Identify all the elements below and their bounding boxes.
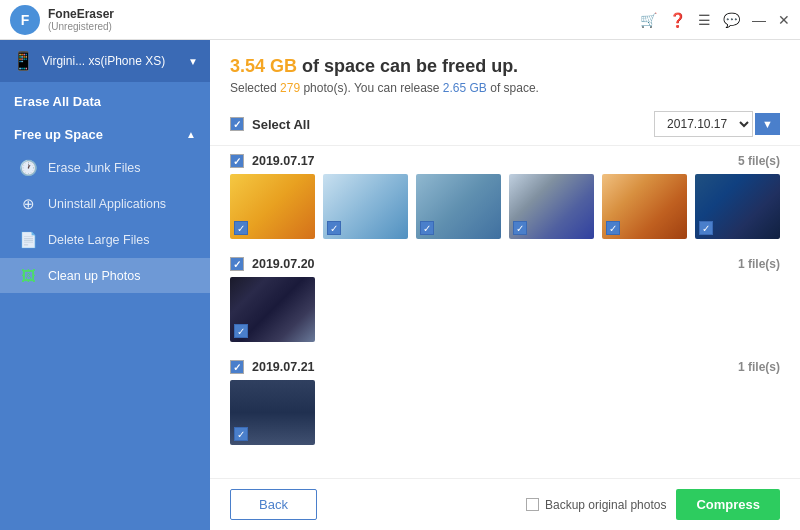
- sidebar-item-label: Clean up Photos: [48, 269, 140, 283]
- group1-photo-grid: ✓ ✓ ✓ ✓ ✓ ✓: [230, 174, 780, 239]
- close-btn[interactable]: ✕: [778, 12, 790, 28]
- group3-file-count: 1 file(s): [738, 360, 780, 374]
- photo-thumb[interactable]: ✓: [230, 174, 315, 239]
- app-icon: F: [10, 5, 40, 35]
- sidebar-item-label: Delete Large Files: [48, 233, 149, 247]
- thumb-checkbox[interactable]: ✓: [513, 221, 527, 235]
- photo-thumb[interactable]: ✓: [509, 174, 594, 239]
- thumb-checkbox[interactable]: ✓: [420, 221, 434, 235]
- date-group-3: ✓ 2019.07.21 1 file(s) ✓: [230, 352, 780, 445]
- thumb-checkbox[interactable]: ✓: [606, 221, 620, 235]
- thumb-checkbox[interactable]: ✓: [234, 427, 248, 441]
- apps-icon: ⊕: [18, 195, 38, 213]
- app-info: FoneEraser (Unregistered): [48, 7, 114, 32]
- thumb-checkbox[interactable]: ✓: [234, 221, 248, 235]
- content-area: 3.54 GB of space can be freed up. Select…: [210, 40, 800, 530]
- freed-desc: Selected 279 photo(s). You can release 2…: [230, 81, 780, 95]
- file-icon: 📄: [18, 231, 38, 249]
- date-dropdown-btn[interactable]: ▼: [755, 113, 780, 135]
- freed-text: of space can be freed up.: [302, 56, 518, 76]
- minimize-btn[interactable]: —: [752, 12, 766, 28]
- date-group-1-header: ✓ 2019.07.17 5 file(s): [230, 146, 780, 174]
- date-group-3-header-left: ✓ 2019.07.21: [230, 360, 315, 374]
- select-all-checkbox[interactable]: ✓: [230, 117, 244, 131]
- group2-checkbox[interactable]: ✓: [230, 257, 244, 271]
- device-selector[interactable]: 📱 Virgini... xs(iPhone XS) ▼: [0, 40, 210, 82]
- photo-thumb[interactable]: ✓: [323, 174, 408, 239]
- group1-checkbox[interactable]: ✓: [230, 154, 244, 168]
- sidebar: 📱 Virgini... xs(iPhone XS) ▼ Erase All D…: [0, 40, 210, 530]
- thumb-checkbox[interactable]: ✓: [699, 221, 713, 235]
- chevron-down-icon: ▼: [188, 56, 198, 67]
- sidebar-freeup-label: Free up Space: [14, 127, 103, 142]
- photo-thumb[interactable]: ✓: [602, 174, 687, 239]
- titlebar-controls: 🛒 ❓ ☰ 💬 — ✕: [640, 12, 790, 28]
- freed-size: 3.54 GB: [230, 56, 297, 76]
- backup-checkbox[interactable]: [526, 498, 539, 511]
- freed-space-line: 3.54 GB of space can be freed up.: [230, 56, 780, 77]
- group3-date: 2019.07.21: [252, 360, 315, 374]
- chevron-up-icon: ▲: [186, 129, 196, 140]
- sidebar-item-label: Erase Junk Files: [48, 161, 140, 175]
- cart-icon[interactable]: 🛒: [640, 12, 657, 28]
- group2-date: 2019.07.20: [252, 257, 315, 271]
- backup-text: Backup original photos: [545, 498, 666, 512]
- titlebar: F FoneEraser (Unregistered) 🛒 ❓ ☰ 💬 — ✕: [0, 0, 800, 40]
- clock-icon: 🕐: [18, 159, 38, 177]
- group2-photo-grid: ✓: [230, 277, 780, 342]
- sidebar-item-uninstall-apps[interactable]: ⊕ Uninstall Applications: [0, 186, 210, 222]
- date-group-3-header: ✓ 2019.07.21 1 file(s): [230, 352, 780, 380]
- group3-photo-grid: ✓: [230, 380, 780, 445]
- date-group-1: ✓ 2019.07.17 5 file(s) ✓ ✓ ✓: [230, 146, 780, 239]
- titlebar-left: F FoneEraser (Unregistered): [10, 5, 114, 35]
- date-group-2-header: ✓ 2019.07.20 1 file(s): [230, 249, 780, 277]
- feedback-icon[interactable]: 💬: [723, 12, 740, 28]
- photo-thumb[interactable]: ✓: [230, 277, 315, 342]
- sidebar-item-delete-large[interactable]: 📄 Delete Large Files: [0, 222, 210, 258]
- phone-icon: 📱: [12, 50, 34, 72]
- desc-suffix: of space.: [487, 81, 539, 95]
- select-all-left: ✓ Select All: [230, 117, 310, 132]
- date-group-2-header-left: ✓ 2019.07.20: [230, 257, 315, 271]
- footer: Back Backup original photos Compress: [210, 478, 800, 530]
- device-name: Virgini... xs(iPhone XS): [42, 54, 180, 68]
- photo-area: ✓ 2019.07.17 5 file(s) ✓ ✓ ✓: [210, 146, 800, 478]
- date-group-1-header-left: ✓ 2019.07.17: [230, 154, 315, 168]
- photo-thumb[interactable]: ✓: [695, 174, 780, 239]
- app-name: FoneEraser: [48, 7, 114, 21]
- desc-release: 2.65 GB: [443, 81, 487, 95]
- date-select[interactable]: 2017.10.17 2018.01.01 2019.07.17: [654, 111, 753, 137]
- footer-right: Backup original photos Compress: [526, 489, 780, 520]
- photo-icon: 🖼: [18, 267, 38, 284]
- question-icon[interactable]: ❓: [669, 12, 686, 28]
- group1-date: 2019.07.17: [252, 154, 315, 168]
- desc-count: 279: [280, 81, 300, 95]
- sidebar-item-label: Uninstall Applications: [48, 197, 166, 211]
- select-all-label: Select All: [252, 117, 310, 132]
- photo-thumb[interactable]: ✓: [230, 380, 315, 445]
- desc-prefix: Selected: [230, 81, 280, 95]
- back-button[interactable]: Back: [230, 489, 317, 520]
- date-group-2: ✓ 2019.07.20 1 file(s) ✓: [230, 249, 780, 342]
- sidebar-freeup-section: Free up Space ▲: [0, 117, 210, 150]
- select-all-bar: ✓ Select All 2017.10.17 2018.01.01 2019.…: [210, 103, 800, 146]
- app-subtitle: (Unregistered): [48, 21, 114, 32]
- sidebar-item-clean-photos[interactable]: 🖼 Clean up Photos: [0, 258, 210, 293]
- photo-thumb[interactable]: ✓: [416, 174, 501, 239]
- content-header: 3.54 GB of space can be freed up. Select…: [210, 40, 800, 103]
- menu-icon[interactable]: ☰: [698, 12, 711, 28]
- group2-file-count: 1 file(s): [738, 257, 780, 271]
- main-layout: 📱 Virgini... xs(iPhone XS) ▼ Erase All D…: [0, 40, 800, 530]
- date-dropdown[interactable]: 2017.10.17 2018.01.01 2019.07.17 ▼: [654, 111, 780, 137]
- group3-checkbox[interactable]: ✓: [230, 360, 244, 374]
- backup-label: Backup original photos: [526, 498, 666, 512]
- compress-button[interactable]: Compress: [676, 489, 780, 520]
- thumb-checkbox[interactable]: ✓: [234, 324, 248, 338]
- thumb-checkbox[interactable]: ✓: [327, 221, 341, 235]
- sidebar-item-erase-junk[interactable]: 🕐 Erase Junk Files: [0, 150, 210, 186]
- sidebar-erase-title: Erase All Data: [0, 82, 210, 117]
- group1-file-count: 5 file(s): [738, 154, 780, 168]
- desc-mid: photo(s). You can release: [300, 81, 443, 95]
